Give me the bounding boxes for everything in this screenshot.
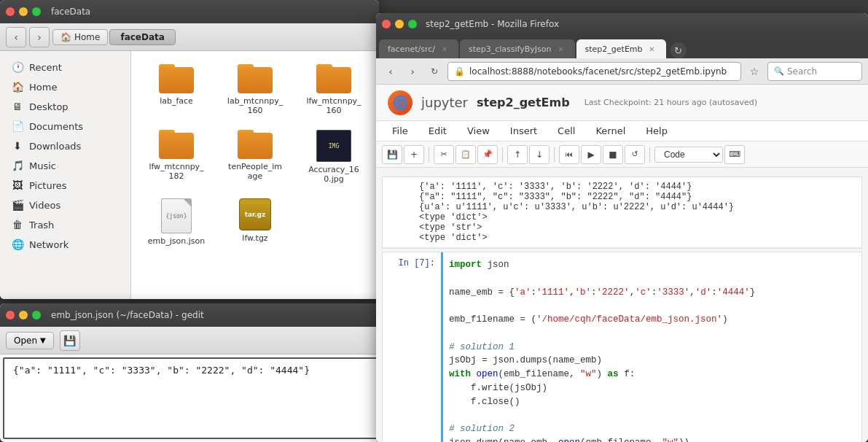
output-line-5: <type 'str'> (419, 222, 856, 233)
paste-cell-button[interactable]: 📌 (477, 145, 498, 164)
back-button[interactable]: ‹ (6, 27, 26, 47)
sidebar-label-desktop: Desktop (29, 101, 69, 112)
gedit-close-button[interactable] (6, 311, 15, 319)
interrupt-button[interactable]: ■ (603, 145, 623, 164)
url-bar[interactable]: 🔒 localhost:8888/notebooks/facenet/src/s… (447, 62, 741, 81)
url-text: localhost:8888/notebooks/facenet/src/ste… (469, 66, 727, 77)
toolbar-separator (429, 147, 429, 162)
filemanager-window: faceData ‹ › 🏠 Home faceData 🕐 Recent 🏠 … (0, 0, 379, 299)
file-item-emb-json[interactable]: {json} emb_json.json (140, 194, 213, 250)
save-notebook-button[interactable]: 💾 (382, 145, 402, 164)
new-tab-button[interactable]: ↻ (670, 42, 687, 58)
add-cell-button[interactable]: + (404, 145, 424, 164)
folder-icon (238, 64, 273, 93)
gedit-minimize-button[interactable] (19, 311, 28, 319)
move-down-button[interactable]: ↓ (529, 145, 550, 164)
image-file-icon: IMG (316, 130, 351, 162)
breadcrumb-current[interactable]: faceData (109, 29, 175, 45)
sidebar-item-trash[interactable]: 🗑 Trash (3, 215, 128, 234)
run-button[interactable]: ▶ (581, 145, 601, 164)
forward-nav-button[interactable]: › (404, 63, 421, 80)
menu-insert[interactable]: Insert (506, 124, 541, 138)
open-dropdown-icon: ▼ (40, 336, 46, 344)
jupyter-header: 🌀 jupyter step2_getEmb Last Checkpoint: … (376, 85, 868, 121)
gedit-save-icon-button[interactable]: 💾 (60, 330, 80, 351)
sidebar-label-network: Network (29, 239, 69, 250)
recent-icon: 🕐 (12, 61, 23, 73)
search-icon: 🔍 (774, 66, 784, 76)
file-item-lfw-mtcnnpy-182[interactable]: lfw_mtcnnpy_182 (140, 125, 213, 188)
output-line-4: <type 'dict'> (419, 212, 856, 222)
breadcrumb-home[interactable]: 🏠 Home (52, 29, 108, 45)
open-button[interactable]: Open ▼ (6, 332, 54, 349)
gedit-maximize-button[interactable] (32, 311, 41, 319)
menu-help[interactable]: Help (641, 124, 672, 138)
search-placeholder: Search (787, 66, 817, 77)
file-item-accuracy-jpg[interactable]: IMG Accuracy_160.jpg (297, 125, 370, 188)
file-label: lab_face (160, 96, 193, 106)
sidebar-item-downloads[interactable]: ⬇ Downloads (3, 136, 128, 155)
tab-label: facenet/src/ (388, 44, 435, 54)
tab-step3[interactable]: step3_classifyByJson ✕ (460, 39, 575, 58)
desktop-icon: 🖥 (12, 101, 23, 112)
input-cell[interactable]: In [7]: import json name_emb = {'a':'111… (382, 252, 862, 442)
forward-button[interactable]: › (29, 27, 50, 47)
menu-view[interactable]: View (463, 124, 494, 138)
ff-maximize-button[interactable] (408, 20, 417, 28)
jupyter-menu: File Edit View Insert Cell Kernel Help (376, 121, 868, 141)
ff-close-button[interactable] (382, 20, 391, 28)
tab-step2[interactable]: step2_getEmb ✕ (576, 39, 666, 58)
menu-file[interactable]: File (388, 124, 413, 138)
sidebar-label-recent: Recent (29, 62, 62, 73)
cell-output-content: {'a': '1111', 'c': '3333', 'b': '2222', … (383, 177, 861, 248)
breadcrumb-home-label: Home (74, 32, 100, 42)
sidebar-item-recent[interactable]: 🕐 Recent (3, 58, 128, 77)
file-item-lab-face[interactable]: lab_face (140, 60, 213, 120)
search-box[interactable]: 🔍 Search (767, 62, 862, 81)
lock-icon: 🔒 (454, 66, 465, 77)
fm-title: faceData (51, 7, 90, 17)
ff-minimize-button[interactable] (395, 20, 404, 28)
tab-label: step3_classifyByJson (469, 44, 552, 54)
sidebar-item-pictures[interactable]: 🖼 Pictures (3, 176, 128, 195)
maximize-button[interactable] (32, 7, 41, 16)
tab-close-icon[interactable]: ✕ (439, 44, 450, 54)
sidebar-item-documents[interactable]: 📄 Documents (3, 117, 128, 136)
sidebar-item-network[interactable]: 🌐 Network (3, 235, 128, 254)
minimize-button[interactable] (19, 7, 28, 16)
bookmark-button[interactable]: ☆ (746, 63, 763, 80)
sidebar-item-desktop[interactable]: 🖥 Desktop (3, 97, 128, 116)
file-item-lab-mtcnnpy-160[interactable]: lab_mtcnnpy_160 (219, 60, 292, 120)
notebook-name[interactable]: step2_getEmb (477, 96, 570, 109)
menu-cell[interactable]: Cell (553, 124, 579, 138)
menu-edit[interactable]: Edit (424, 124, 451, 138)
run-previous-button[interactable]: ⏮ (559, 145, 579, 164)
tab-facenet-src[interactable]: facenet/src/ ✕ (379, 39, 458, 58)
reload-button[interactable]: ↻ (426, 63, 443, 80)
move-up-button[interactable]: ↑ (507, 145, 528, 164)
file-label: lab_mtcnnpy_160 (226, 96, 284, 115)
file-item-tenpeople-image[interactable]: tenPeople_image (219, 125, 292, 188)
file-item-lfw-tgz[interactable]: tar.gz lfw.tgz (219, 194, 292, 250)
keyboard-shortcuts-button[interactable]: ⌨ (724, 145, 745, 164)
sidebar-item-music[interactable]: 🎵 Music (3, 156, 128, 175)
sidebar-item-home[interactable]: 🏠 Home (3, 77, 128, 96)
back-nav-button[interactable]: ‹ (382, 63, 399, 80)
archive-file-icon: tar.gz (239, 198, 271, 230)
tab-close-icon[interactable]: ✕ (647, 44, 657, 54)
file-label: emb_json.json (148, 236, 205, 246)
tab-close-icon[interactable]: ✕ (556, 44, 566, 54)
cell-type-select[interactable]: Code Markdown Raw (654, 147, 723, 163)
fm-toolbar: ‹ › 🏠 Home faceData (0, 23, 379, 51)
menu-kernel[interactable]: Kernel (591, 124, 630, 138)
sidebar-item-videos[interactable]: 🎬 Videos (3, 195, 128, 214)
cell-code-content[interactable]: import json name_emb = {'a':'1111','b':'… (443, 252, 861, 442)
folder-icon (159, 130, 194, 159)
cut-cell-button[interactable]: ✂ (434, 145, 454, 164)
tab-label: step2_getEmb (585, 44, 643, 54)
folder-icon (316, 64, 351, 93)
restart-button[interactable]: ↺ (625, 145, 645, 164)
close-button[interactable] (6, 7, 15, 16)
copy-cell-button[interactable]: 📋 (455, 145, 476, 164)
file-item-lfw-mtcnnpy-160[interactable]: lfw_mtcnnpy_160 (297, 60, 370, 120)
